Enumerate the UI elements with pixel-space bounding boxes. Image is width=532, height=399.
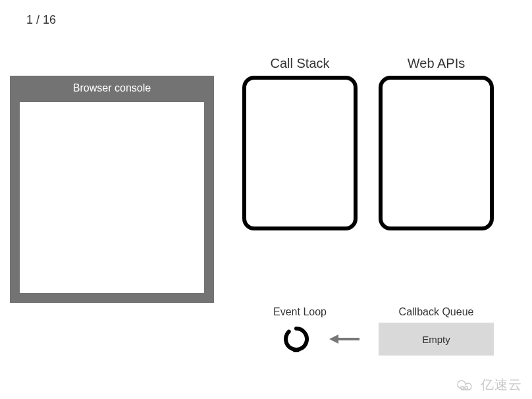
web-apis-heading: Web APIs [379,56,494,71]
watermark: 亿速云 [456,376,522,394]
call-stack-box [242,76,358,230]
watermark-text: 亿速云 [481,377,522,392]
web-apis-box [379,76,494,230]
callback-queue-box: Empty [379,323,494,356]
browser-console-frame: Browser console [10,76,214,303]
loop-icon [283,326,309,352]
call-stack-heading: Call Stack [242,56,358,71]
browser-console-body [20,102,204,293]
svg-marker-2 [329,334,338,344]
callback-queue-label: Callback Queue [379,306,494,318]
callback-queue-status: Empty [422,334,450,345]
page-counter: 1 / 16 [26,13,56,27]
svg-point-3 [461,386,464,389]
arrow-left-icon [328,332,361,346]
browser-console-title: Browser console [10,76,214,99]
svg-point-4 [465,386,467,389]
event-loop-label: Event Loop [242,306,358,318]
